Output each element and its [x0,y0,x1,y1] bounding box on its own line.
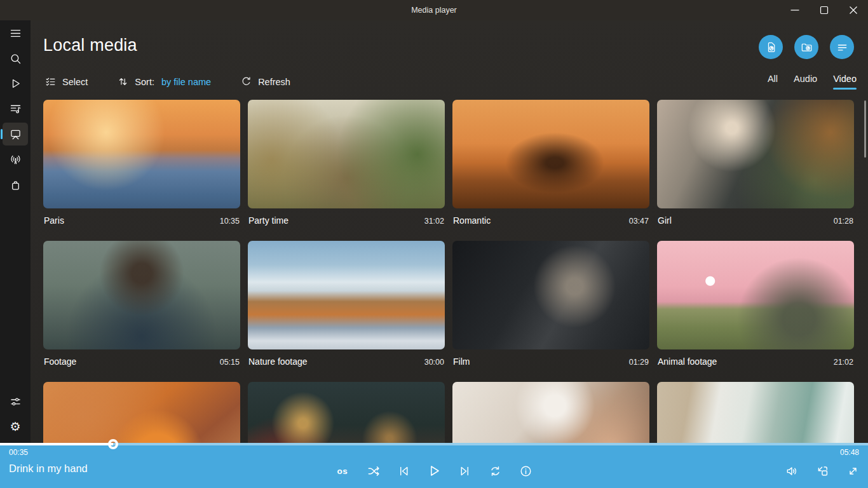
sort-value: by file name [161,77,211,87]
fullscreen-button[interactable] [846,463,860,478]
media-duration: 01:29 [629,358,649,367]
media-duration: 21:02 [834,358,853,367]
broadcast-icon [9,153,22,166]
media-tile[interactable]: Romantic 03:47 [452,100,649,226]
sidebar-item-broadcast[interactable] [3,148,28,171]
volume-button[interactable] [785,463,799,478]
multiselect-icon [44,76,57,88]
header-actions [759,35,854,59]
sort-label: Sort: [135,77,154,87]
media-tile[interactable]: Girl 01:28 [657,100,854,226]
now-playing-title: Drink in my hand [9,463,88,475]
sidebar-item-music-library[interactable] [3,97,28,120]
sidebar-item-settings[interactable]: ⚙ [3,415,28,438]
minimize-icon [787,3,803,18]
media-tile[interactable]: Nature footage 30:00 [248,241,445,367]
shuffle-button[interactable] [366,463,380,478]
refresh-button[interactable]: Refresh [236,72,294,91]
video-thumbnail [657,100,854,208]
sidebar-item-video-library[interactable] [3,123,28,146]
device-bag-icon [9,179,22,192]
tab-video[interactable]: Video [833,74,857,90]
sidebar-item-devices[interactable] [3,173,28,196]
close-button[interactable] [839,0,868,20]
minimize-button[interactable] [780,0,810,20]
total-time: 05:48 [840,448,859,457]
info-icon [519,464,533,478]
queue-list-icon [836,41,849,54]
media-title: Film [453,356,470,367]
open-folder-button[interactable] [794,35,818,59]
refresh-icon [240,76,252,88]
seek-bar[interactable] [0,443,868,445]
sidebar-item-audio-settings[interactable] [3,390,28,413]
playback-controls: os [336,463,532,478]
hamburger-menu-icon [9,27,22,40]
close-icon [846,3,861,18]
media-tile[interactable]: Party time 31:02 [248,100,445,226]
main-content: Local media Select Sort: by file name Re… [31,20,868,488]
media-tile[interactable]: Paris 10:35 [43,100,240,226]
open-file-icon [764,41,778,54]
tab-all[interactable]: All [768,74,778,90]
media-title: Romantic [453,215,491,226]
play-button[interactable] [427,463,441,478]
vertical-scrollbar[interactable] [864,100,866,158]
titlebar: Media player [0,0,868,20]
media-tile[interactable]: Footage 05:15 [43,241,240,367]
tab-audio[interactable]: Audio [794,74,817,90]
mini-player-button[interactable] [815,463,829,478]
video-library-icon [9,128,22,141]
sidebar-item-search[interactable] [3,47,28,70]
repeat-button[interactable] [488,463,502,478]
media-duration: 03:47 [629,217,649,226]
info-button[interactable] [519,463,532,478]
playback-speed-button[interactable]: os [336,463,349,478]
media-grid: Paris 10:35 Party time 31:02 Romantic 03… [43,100,854,488]
playback-speed-icon: os [337,466,348,476]
window-controls [780,0,868,20]
media-tile[interactable]: Film 01:29 [452,241,649,367]
media-duration: 01:28 [834,217,853,226]
sidebar-item-menu[interactable] [3,22,28,44]
media-type-tabs: All Audio Video [768,74,857,90]
sort-button[interactable]: Sort: by file name [113,72,215,91]
open-file-button[interactable] [759,35,783,59]
playback-bar: 00:35 05:48 Drink in my hand os [0,443,868,488]
media-duration: 31:02 [424,217,444,226]
volume-icon [785,464,799,478]
page-title: Local media [43,36,137,55]
sidebar-item-play[interactable] [3,72,28,95]
select-label: Select [62,77,88,87]
open-folder-icon [800,41,813,54]
media-title: Nature footage [248,356,308,367]
previous-button[interactable] [397,463,410,478]
next-button[interactable] [458,463,471,478]
media-title: Animal footage [658,356,717,367]
media-duration: 10:35 [220,217,240,226]
equalizer-sliders-icon [9,395,22,409]
media-title: Footage [44,356,76,367]
maximize-button[interactable] [810,0,839,20]
sort-arrows-icon [117,76,129,88]
gear-icon: ⚙ [10,421,20,433]
previous-icon [397,464,411,478]
select-button[interactable]: Select [41,72,92,91]
play-icon [426,463,442,478]
media-tile[interactable]: Animal footage 21:02 [657,241,854,367]
mini-player-icon [815,464,830,478]
video-thumbnail [248,100,445,208]
playback-right-controls [785,463,860,478]
queue-button[interactable] [830,35,854,59]
video-thumbnail [452,100,649,208]
window-title: Media player [411,6,457,15]
repeat-icon [488,464,503,478]
maximize-icon [817,3,832,18]
video-thumbnail [248,241,445,349]
selected-indicator [1,129,3,139]
next-icon [458,464,472,478]
sidebar: ⚙ [0,20,31,488]
refresh-label: Refresh [258,77,290,87]
video-thumbnail [657,241,854,349]
elapsed-time: 00:35 [9,448,28,457]
